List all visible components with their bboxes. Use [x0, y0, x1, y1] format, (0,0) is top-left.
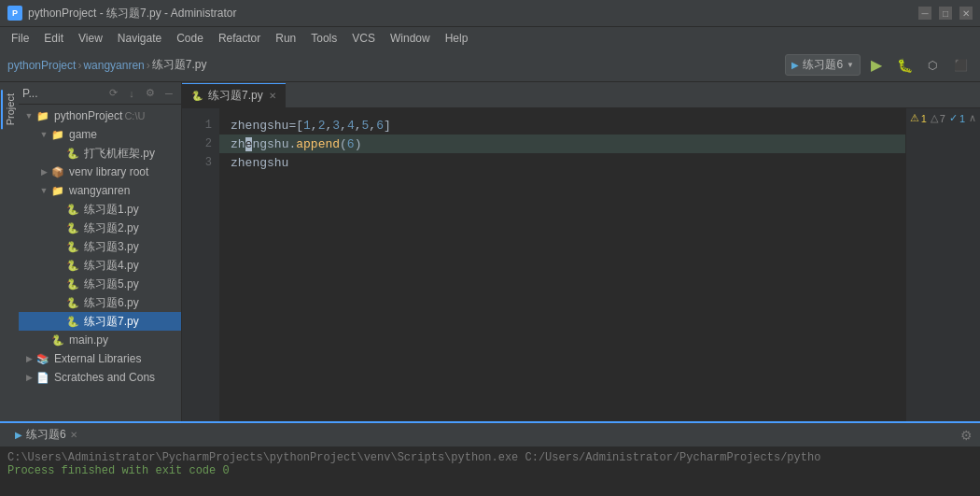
bottom-tabs: ▶ 练习题6 ✕ ⚙ [0, 423, 980, 447]
code-editor[interactable]: zhengshu = [ 1 , 2 , 3 , 4 , 5 , 6 ] [219, 108, 905, 421]
coverage-button[interactable]: ⬡ [920, 53, 945, 78]
code-token: append [296, 137, 340, 151]
main-content: Project P... ⟳ ↓ ⚙ ─ ▼ 📁 pythonProject C… [0, 82, 980, 421]
expand-icon[interactable]: ∧ [969, 112, 976, 124]
tree-item-pythonproject[interactable]: ▼ 📁 pythonProject C:\U [19, 106, 181, 125]
py-file-icon: 🐍 [65, 277, 80, 291]
tree-item-label: 练习题3.py [84, 239, 139, 255]
breadcrumb-file[interactable]: 练习题7.py [152, 57, 207, 73]
tree-item-lxt1[interactable]: ▶ 🐍 练习题1.py [19, 200, 181, 219]
menu-run[interactable]: Run [268, 27, 303, 50]
scratches-icon: 📄 [35, 371, 50, 384]
tree-item-label: 练习题4.py [84, 258, 139, 274]
code-token: 5 [362, 119, 370, 133]
tree-item-game[interactable]: ▼ 📁 game [19, 125, 181, 144]
menu-vcs[interactable]: VCS [344, 27, 383, 50]
close-button[interactable]: ✕ [959, 7, 973, 20]
title-bar-text: pythonProject - 练习题7.py - Administrator [28, 6, 236, 21]
run-tab-label: 练习题6 [26, 427, 66, 443]
stop-button[interactable]: ⬛ [948, 53, 973, 78]
folder-icon: 📁 [50, 128, 65, 141]
menu-help[interactable]: Help [438, 27, 476, 50]
settings-icon[interactable]: ⚙ [960, 428, 973, 443]
run-button[interactable]: ▶ [864, 53, 889, 78]
breadcrumb-project[interactable]: pythonProject [7, 59, 76, 72]
sidebar-collapse-btn[interactable]: ↓ [123, 85, 140, 102]
menu-navigate[interactable]: Navigate [110, 27, 169, 50]
menu-view[interactable]: View [71, 27, 110, 50]
tree-item-venv[interactable]: ▶ 📦 venv library root [19, 163, 181, 181]
tree-item-lxt2[interactable]: ▶ 🐍 练习题2.py [19, 219, 181, 237]
code-token: , [340, 119, 347, 133]
editor-tab-lxt7[interactable]: 🐍 练习题7.py ✕ [182, 83, 286, 107]
expand-arrow-icon: ▶ [22, 371, 35, 384]
tree-item-main[interactable]: ▶ 🐍 main.py [19, 331, 181, 349]
py-file-icon: 🐍 [65, 259, 80, 272]
tree-item-label: 练习题1.py [84, 202, 139, 218]
tab-close-button[interactable]: ✕ [269, 91, 276, 101]
menu-bar: File Edit View Navigate Code Refactor Ru… [0, 26, 980, 49]
sidebar-toolbar: P... ⟳ ↓ ⚙ ─ [19, 82, 181, 105]
tree-item-fly-py[interactable]: ▶ 🐍 打飞机框架.py [19, 144, 181, 163]
tree-item-lxt5[interactable]: ▶ 🐍 练习题5.py [19, 275, 181, 293]
minimize-button[interactable]: ─ [918, 7, 931, 20]
menu-file[interactable]: File [4, 27, 36, 50]
py-file-icon: 🐍 [50, 333, 65, 347]
code-token: = [288, 119, 296, 133]
sidebar-refresh-btn[interactable]: ⟳ [105, 85, 121, 102]
breadcrumb-sep1: › [77, 59, 81, 72]
left-tab-project[interactable]: Project [1, 90, 18, 129]
title-bar: P pythonProject - 练习题7.py - Administrato… [0, 0, 980, 26]
line-num-3: 3 [182, 153, 219, 172]
code-token: , [355, 119, 362, 133]
run-tab[interactable]: ▶ 练习题6 ✕ [7, 423, 85, 447]
tree-item-lxt3[interactable]: ▶ 🐍 练习题3.py [19, 237, 181, 256]
app-icon: P [7, 6, 22, 21]
expand-arrow-icon: ▶ [37, 165, 50, 178]
tree-item-lxt7[interactable]: ▶ 🐍 练习题7.py [19, 312, 181, 331]
code-token: 1 [303, 119, 311, 133]
tree-item-label: wangyanren [69, 184, 130, 197]
editor-area: 🐍 练习题7.py ✕ 1 2 3 zhengshu = [ 1 , 2 [182, 82, 980, 421]
menu-tools[interactable]: Tools [303, 27, 344, 50]
tree-item-wangyanren[interactable]: ▼ 📁 wangyanren [19, 181, 181, 200]
tree-item-lxt6[interactable]: ▶ 🐍 练习题6.py [19, 293, 181, 312]
sidebar-close-btn[interactable]: ─ [161, 85, 177, 102]
maximize-button[interactable]: □ [939, 7, 952, 20]
tree-item-label: pythonProject [54, 109, 122, 122]
path-label: C:\U [124, 110, 145, 121]
extlib-icon: 📚 [35, 352, 50, 365]
tree-item-lxt4[interactable]: ▶ 🐍 练习题4.py [19, 256, 181, 275]
expand-arrow-icon: ▼ [37, 128, 50, 141]
check-icon: ✓ [949, 112, 958, 124]
menu-refactor[interactable]: Refactor [211, 27, 268, 50]
code-line-1: zhengshu = [ 1 , 2 , 3 , 4 , 5 , 6 ] [219, 116, 905, 135]
tree-item-extlibs[interactable]: ▶ 📚 External Libraries [19, 349, 181, 368]
run-config-selector[interactable]: ▶ 练习题6 ▼ [785, 54, 861, 76]
tree-item-selected-label: 练习题7.py [84, 314, 139, 330]
bottom-panel: ▶ 练习题6 ✕ ⚙ C:\Users\Administrator\Pychar… [0, 421, 980, 496]
sidebar: P... ⟳ ↓ ⚙ ─ ▼ 📁 pythonProject C:\U ▼ 📁 … [19, 82, 182, 421]
venv-icon: 📦 [50, 165, 65, 178]
tree-item-label: External Libraries [54, 352, 141, 365]
tree-item-label: main.py [69, 333, 108, 347]
toolbar: pythonProject › wangyanren › 练习题7.py ▶ 练… [0, 49, 980, 82]
expand-arrow-icon: ▶ [22, 352, 35, 365]
sidebar-settings-btn[interactable]: ⚙ [142, 85, 159, 102]
debug-button[interactable]: 🐛 [892, 53, 917, 78]
run-tab-close[interactable]: ✕ [70, 430, 77, 440]
folder-icon: 📁 [35, 109, 50, 122]
code-token: , [325, 119, 332, 133]
warning-count: 1 [921, 113, 927, 124]
menu-window[interactable]: Window [383, 27, 438, 50]
breadcrumb-folder[interactable]: wangyanren [83, 59, 144, 72]
tree-item-scratches[interactable]: ▶ 📄 Scratches and Cons [19, 368, 181, 387]
code-line-3: zhengshu [219, 153, 905, 172]
warnings-strip: ⚠ 1 △ 7 ✓ 1 ∧ [905, 108, 980, 421]
code-token: 6 [376, 119, 384, 133]
menu-edit[interactable]: Edit [36, 27, 71, 50]
tree-item-scratches-label: Scratches and Cons [54, 371, 155, 384]
tab-filename: 练习题7.py [208, 88, 263, 104]
menu-code[interactable]: Code [169, 27, 211, 50]
run-config-label: 练习题6 [803, 57, 843, 73]
